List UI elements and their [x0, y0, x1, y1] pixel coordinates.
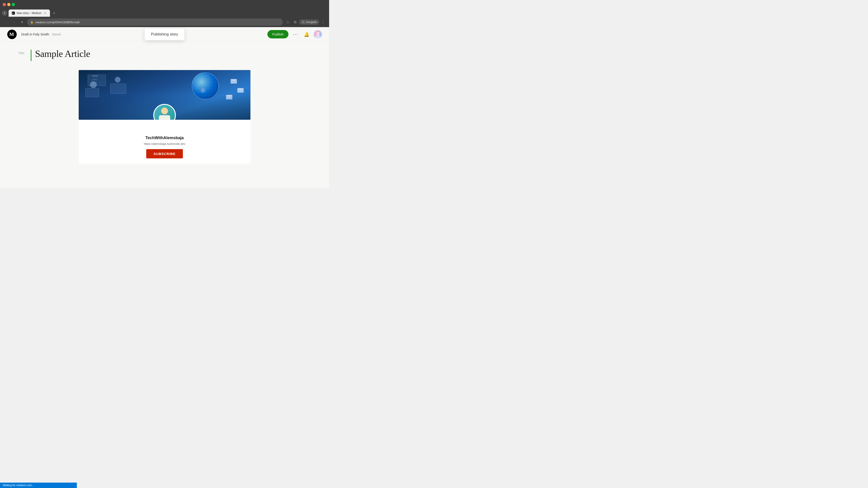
- minimize-window-button[interactable]: [7, 3, 10, 6]
- article-title[interactable]: Sample Article: [35, 48, 90, 59]
- svg-point-3: [303, 21, 304, 22]
- star-icon: ☆: [286, 20, 289, 24]
- close-window-button[interactable]: [3, 3, 6, 6]
- channel-url: https://alemsbaja.hashnode.dev: [79, 142, 250, 145]
- back-icon: ←: [4, 20, 7, 24]
- title-bar: [0, 0, 329, 9]
- person-body: [159, 115, 170, 120]
- editor-area: Title Sample Article: [0, 41, 329, 170]
- tab-favicon: M: [12, 11, 15, 15]
- medium-logo-icon: M: [7, 30, 17, 39]
- incognito-label: Incognito: [306, 21, 317, 24]
- person-head: [161, 107, 168, 114]
- address-bar-actions: ☆ ⧉ Incognito ⋮: [285, 19, 327, 25]
- notifications-button[interactable]: 🔔: [303, 31, 310, 38]
- card-bottom: TechWithAlemsbaja https://alemsbaja.hash…: [79, 120, 250, 164]
- lock-icon: 🔒: [30, 21, 33, 24]
- incognito-icon: [301, 20, 305, 24]
- bell-icon: 🔔: [304, 32, 309, 37]
- url-bar[interactable]: 🔒 medium.com/p/00441938f05c/edit: [27, 19, 283, 26]
- title-wrapper: Title Sample Article: [18, 48, 311, 61]
- tabs-bar: ▾ M New story – Medium ✕ +: [0, 9, 329, 17]
- draft-label: Draft in Fely Smith: [21, 32, 49, 36]
- ellipsis-icon: ···: [293, 32, 298, 37]
- chevron-down-icon: ▾: [4, 11, 5, 15]
- mouse-cursor: ↑: [164, 155, 165, 158]
- person-silhouette: [157, 107, 173, 120]
- avatar[interactable]: [314, 30, 322, 38]
- article-image-container: RIDSH JABOO DAPOO TechWithAlemsbaja: [79, 70, 250, 164]
- medium-navbar: M Draft in Fely Smith Saved Publishing s…: [0, 27, 329, 41]
- forward-icon: →: [12, 20, 16, 24]
- incognito-badge: Incognito: [299, 20, 319, 25]
- article-image: RIDSH JABOO DAPOO: [79, 70, 250, 120]
- tab-chevron-button[interactable]: ▾: [2, 10, 7, 16]
- tab-close-button[interactable]: ✕: [43, 11, 47, 15]
- reload-icon: ✕: [21, 20, 24, 24]
- more-icon: ⋮: [321, 20, 325, 24]
- svg-point-7: [316, 32, 319, 35]
- forward-button[interactable]: →: [11, 19, 17, 25]
- back-button[interactable]: ←: [3, 19, 9, 25]
- more-options-button[interactable]: ···: [292, 31, 299, 38]
- window-controls: [3, 3, 15, 6]
- address-bar: ← → ✕ 🔒 medium.com/p/00441938f05c/edit ☆…: [0, 17, 329, 27]
- reload-button[interactable]: ✕: [19, 19, 25, 25]
- svg-text:M: M: [9, 31, 14, 37]
- channel-name: TechWithAlemsbaja: [79, 135, 250, 140]
- active-tab[interactable]: M New story – Medium ✕: [8, 9, 50, 17]
- url-text: medium.com/p/00441938f05c/edit: [35, 21, 80, 24]
- medium-logo[interactable]: M: [7, 30, 17, 39]
- title-label: Title: [18, 48, 27, 55]
- tab-title: New story – Medium: [17, 11, 41, 15]
- menu-button[interactable]: ⋮: [320, 19, 327, 25]
- nav-right: Publish ··· 🔔: [268, 30, 322, 38]
- browser-chrome: ▾ M New story – Medium ✕ + ← → ✕ 🔒 medi: [0, 0, 329, 27]
- new-tab-button[interactable]: +: [51, 10, 57, 16]
- splitscreen-icon: ⧉: [294, 20, 296, 24]
- svg-text:M: M: [12, 12, 14, 14]
- publishing-tooltip: Publishing story: [145, 29, 184, 40]
- draft-info: Draft in Fely Smith Saved: [21, 32, 61, 36]
- bookmark-button[interactable]: ☆: [285, 19, 291, 25]
- saved-badge: Saved: [52, 33, 61, 36]
- publish-button[interactable]: Publish: [268, 30, 288, 38]
- splitscreen-button[interactable]: ⧉: [292, 19, 298, 25]
- cursor-line: [31, 50, 31, 61]
- maximize-window-button[interactable]: [12, 3, 15, 6]
- page-content: M Draft in Fely Smith Saved Publishing s…: [0, 27, 329, 188]
- publishing-label: Publishing story: [151, 32, 178, 36]
